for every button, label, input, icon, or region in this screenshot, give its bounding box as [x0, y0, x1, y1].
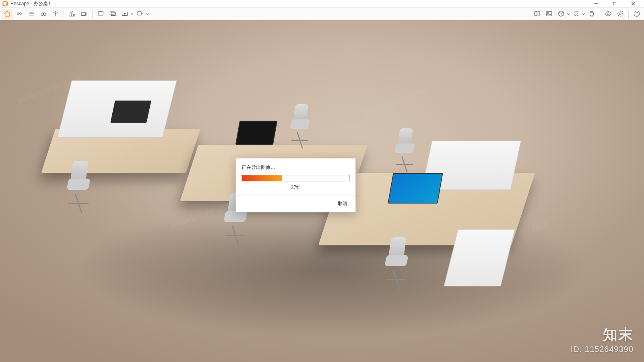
video-icon: [121, 10, 128, 19]
office-chair: [389, 128, 420, 169]
render-viewport[interactable]: www.znzmo.com www.znzmo.com www.znzmo.co…: [0, 20, 644, 362]
camera-button[interactable]: [78, 9, 90, 19]
progress-percent-label: 37%: [236, 181, 355, 195]
live-link-button[interactable]: [14, 9, 25, 19]
svg-point-3: [41, 13, 43, 15]
main-toolbar: [0, 7, 644, 21]
svg-point-2: [20, 12, 22, 14]
app-logo-icon: [2, 1, 8, 6]
maximize-button[interactable]: [605, 0, 624, 7]
cube-icon: [557, 10, 565, 19]
toolbar-left: [2, 8, 149, 21]
help-button[interactable]: [631, 9, 642, 19]
window-titlebar: Enscape - 办公桌1: [0, 0, 644, 7]
monitor: [110, 101, 151, 123]
window-controls: [587, 0, 642, 7]
watermark-diagonal: www.znzmo.com: [363, 86, 429, 118]
progress-bar-fill: [242, 175, 282, 181]
binoculars-icon: [40, 10, 47, 19]
watermark-id: ID: 1152649390: [571, 345, 634, 354]
export-icon: [136, 10, 144, 19]
svg-point-1: [17, 12, 19, 14]
camera-icon: [80, 10, 88, 19]
separator: [628, 10, 629, 19]
menu-icon: [28, 10, 35, 19]
svg-rect-11: [546, 11, 552, 16]
cityscape-button[interactable]: [66, 9, 78, 19]
map-icon: [533, 10, 541, 19]
office-chair: [60, 161, 97, 209]
svg-rect-6: [98, 11, 103, 15]
minimize-button[interactable]: [587, 0, 605, 7]
watermark-corner: 知末 ID: 1152649390: [571, 325, 634, 354]
settings-button[interactable]: [615, 9, 626, 19]
toolbar-right: [531, 8, 642, 21]
window-title-group: Enscape - 办公桌1: [2, 0, 51, 7]
favorite-button[interactable]: [50, 9, 61, 19]
separator: [92, 10, 93, 19]
bim-button[interactable]: [26, 9, 37, 19]
dialog-title: 正在导出图像…: [236, 158, 355, 175]
help-icon: [633, 10, 640, 19]
map-button[interactable]: [531, 9, 543, 19]
bookmarks-dropdown[interactable]: [582, 9, 585, 19]
export-button[interactable]: [134, 9, 146, 19]
export-progress-dialog: 正在导出图像… 37% 取消: [235, 158, 356, 212]
cityscape-icon: [68, 10, 76, 19]
views-button[interactable]: [38, 9, 49, 19]
export-dropdown[interactable]: [146, 9, 149, 19]
home-button[interactable]: [2, 9, 13, 19]
svg-rect-0: [613, 2, 616, 5]
svg-rect-10: [138, 11, 141, 15]
video-dropdown[interactable]: [130, 9, 134, 19]
assets-dropdown[interactable]: [567, 9, 570, 19]
batch-screenshot-button[interactable]: [107, 9, 118, 19]
svg-point-14: [607, 12, 609, 14]
separator: [64, 10, 64, 19]
separator: [600, 10, 600, 19]
batch-screenshot-icon: [109, 10, 116, 19]
screenshot-button[interactable]: [95, 9, 106, 19]
assets-button[interactable]: [555, 9, 567, 19]
cancel-button[interactable]: 取消: [335, 200, 350, 208]
eye-icon: [605, 10, 612, 19]
bookmarks-button[interactable]: [571, 9, 582, 19]
dialog-footer: 取消: [236, 195, 355, 212]
watermark-brand: 知末: [571, 325, 634, 345]
office-chair: [285, 104, 316, 145]
image-icon: [545, 10, 553, 19]
svg-rect-13: [590, 12, 594, 15]
print-icon: [588, 10, 595, 19]
svg-rect-7: [110, 11, 114, 14]
image-button[interactable]: [543, 9, 555, 19]
office-chair: [378, 237, 415, 286]
svg-rect-5: [81, 12, 86, 16]
link-icon: [16, 10, 23, 19]
monitor: [388, 173, 443, 204]
close-button[interactable]: [624, 0, 642, 7]
screenshot-icon: [97, 10, 104, 19]
progress-bar: [242, 175, 350, 181]
svg-point-4: [43, 13, 46, 15]
svg-point-15: [619, 12, 621, 14]
video-button[interactable]: [119, 9, 130, 19]
print-button[interactable]: [586, 9, 597, 19]
home-icon: [4, 10, 11, 19]
favorite-icon: [52, 10, 59, 19]
visual-settings-button[interactable]: [603, 9, 614, 19]
gear-icon: [617, 10, 624, 19]
svg-rect-8: [111, 12, 116, 16]
monitor: [235, 121, 278, 145]
bookmark-icon: [573, 10, 580, 19]
window-title: Enscape - 办公桌1: [10, 0, 51, 7]
